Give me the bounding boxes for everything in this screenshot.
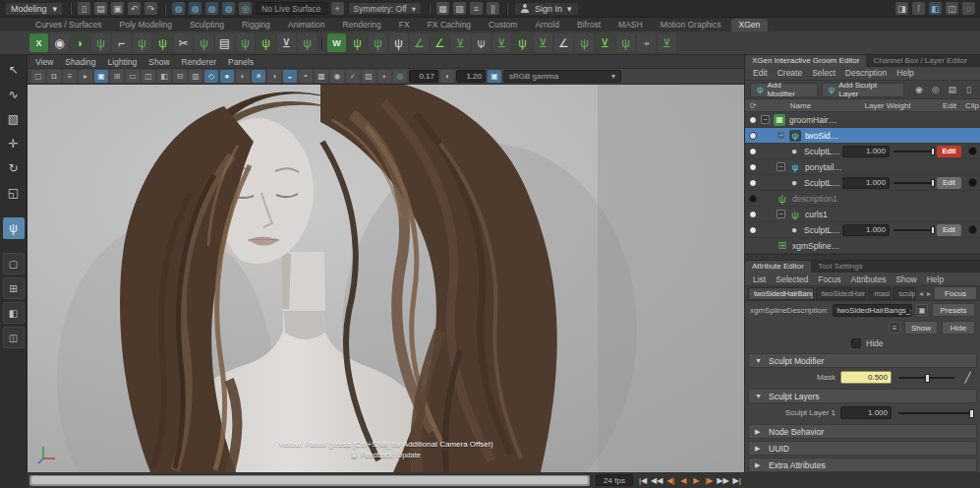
range-slider-bar[interactable] xyxy=(31,476,588,484)
undo-icon[interactable]: ↶ xyxy=(128,2,141,15)
presets-button[interactable]: Presets xyxy=(932,303,975,317)
solo-dot[interactable] xyxy=(968,178,977,187)
igs-direction-icon[interactable]: ψ xyxy=(513,33,532,52)
extra-attributes-header[interactable]: ▶ Extra Attributes xyxy=(748,458,977,472)
xgen-freeze-icon[interactable]: ψ xyxy=(298,33,317,52)
select-tool-icon[interactable]: ↖ xyxy=(3,59,25,81)
visibility-dot[interactable] xyxy=(749,116,757,124)
xgen-clump-icon[interactable]: ψ xyxy=(133,33,151,52)
color-management-icon[interactable]: ▣ xyxy=(488,70,501,83)
view-transform-dropdown[interactable]: sRGB gamma ▾ xyxy=(503,70,621,83)
visibility-dot[interactable] xyxy=(749,132,757,140)
bookmarks-icon[interactable]: ▸ xyxy=(79,70,92,83)
new-scene-icon[interactable]: ▯ xyxy=(78,2,90,15)
layer-weight-slider[interactable] xyxy=(894,224,937,236)
motion-blur-icon[interactable]: ◓ xyxy=(299,70,313,83)
table-row[interactable]: ψdescription1 xyxy=(745,191,980,207)
uuid-header[interactable]: ▶ UUID xyxy=(748,441,977,456)
tab-tool-settings[interactable]: Tool Settings xyxy=(811,261,870,273)
save-scene-icon[interactable]: ▣ xyxy=(111,2,124,15)
lasso-tool-icon[interactable]: ∿ xyxy=(3,84,25,105)
solo-dot[interactable] xyxy=(968,225,977,234)
step-back-frame-button[interactable]: ◀◀ xyxy=(650,474,663,487)
igs-mirror-icon[interactable]: ⍆ xyxy=(637,33,656,52)
xgen-eye-icon[interactable]: ◉ xyxy=(50,33,69,52)
tab-channel-box[interactable]: Channel Box / Layer Editor xyxy=(866,55,974,67)
move-tool-icon[interactable]: ✛ xyxy=(3,133,25,154)
igs-length-icon[interactable]: ψ xyxy=(389,33,408,52)
resolution-gate-icon[interactable]: ◫ xyxy=(142,70,155,83)
panel-divider[interactable] xyxy=(745,254,980,261)
shelf-tab[interactable]: Rigging xyxy=(234,19,278,31)
solo-dot[interactable] xyxy=(968,147,977,155)
ae-menu-attributes[interactable]: Attributes xyxy=(850,274,886,284)
igs-part-icon[interactable]: ⊻ xyxy=(492,33,511,52)
exposure-field[interactable]: 0.17 xyxy=(409,70,438,83)
shelf-tab[interactable]: Motion Graphics xyxy=(653,19,729,31)
tab-attribute-editor[interactable]: Attribute Editor xyxy=(745,261,811,273)
visibility-dot[interactable] xyxy=(749,148,757,155)
visibility-dot[interactable] xyxy=(749,211,757,218)
table-row[interactable]: ●SculptLayer 1 1.000 Edit xyxy=(745,222,980,238)
node-tab[interactable]: mask xyxy=(868,287,891,300)
igs-grab-icon[interactable]: ψ xyxy=(575,33,594,52)
workspace-settings-icon[interactable]: ◌ xyxy=(962,2,975,15)
edit-toggle-button[interactable]: Edit xyxy=(937,224,961,236)
symmetry-dropdown[interactable]: Symmetry: Off ▾ xyxy=(348,2,422,15)
expander-icon[interactable]: − xyxy=(777,131,785,140)
viewport-menu-shading[interactable]: Shading xyxy=(65,57,95,67)
igs-mask-icon[interactable]: ⊻ xyxy=(596,33,614,52)
step-forward-frame-button[interactable]: ▶▶ xyxy=(716,474,729,487)
layer-weight-field[interactable]: 1.000 xyxy=(842,224,890,236)
tab-outliner[interactable]: Outliner xyxy=(974,55,980,67)
xgen-density-icon[interactable]: ψ xyxy=(195,33,213,52)
expander-icon[interactable]: − xyxy=(777,162,785,171)
hide-checkbox[interactable] xyxy=(851,338,861,348)
shelf-tab[interactable]: FX Caching xyxy=(420,19,479,31)
menu-set-dropdown[interactable]: Modeling ▾ xyxy=(5,2,63,16)
visibility-dot-off[interactable] xyxy=(749,195,757,203)
hide-button[interactable]: Hide xyxy=(942,321,975,335)
render-settings-icon[interactable]: ≡ xyxy=(470,2,483,15)
shelf-tab[interactable]: MASH xyxy=(610,19,651,31)
sign-in-button[interactable]: Sign In ▾ xyxy=(514,2,579,16)
xgen-guides-icon[interactable]: ψ xyxy=(236,33,255,52)
node-tab[interactable]: sculpt xyxy=(893,287,916,300)
node-name-field[interactable]: twoSidedHairBangs_groom xyxy=(833,304,912,317)
groom-menu-edit[interactable]: Edit xyxy=(753,68,768,78)
refresh-icon[interactable]: ⟳ xyxy=(745,101,761,110)
delete-icon[interactable]: ▯ xyxy=(962,84,975,96)
mask-value-field[interactable]: 0.500 xyxy=(840,371,892,384)
step-forward-key-button[interactable]: |▶ xyxy=(703,474,715,487)
ae-menu-selected[interactable]: Selected xyxy=(776,274,808,284)
viewport-menu-panels[interactable]: Panels xyxy=(228,57,254,67)
table-row-selected[interactable]: −ψtwoSidedHairBangs_groom xyxy=(745,128,980,144)
layout-split-pane-icon[interactable]: ◫ xyxy=(3,327,25,348)
groom-menu-description[interactable]: Description xyxy=(845,68,888,78)
step-back-key-button[interactable]: ◀| xyxy=(664,474,676,487)
visibility-dot[interactable] xyxy=(749,179,757,187)
rotate-tool-icon[interactable]: ↻ xyxy=(3,157,25,179)
groom-menu-select[interactable]: Select xyxy=(812,68,836,78)
xgen-groom-icon[interactable]: ψ xyxy=(91,33,110,52)
xgen-preview-icon[interactable]: ◗ xyxy=(71,33,89,52)
viewport-menu-lighting[interactable]: Lighting xyxy=(107,57,137,67)
shelf-tab[interactable]: Sculpting xyxy=(182,19,232,31)
groom-brush-tool-icon[interactable]: ψ xyxy=(3,217,25,239)
add-sculpt-layer-button[interactable]: ψ Add Sculpt Layer xyxy=(822,83,905,97)
workspace-tools-icon[interactable]: ⊺ xyxy=(912,2,925,15)
list-icon[interactable]: ≡ xyxy=(889,322,900,334)
edit-toggle-button[interactable]: Edit xyxy=(937,146,961,157)
igs-brush-icon[interactable]: ψ xyxy=(348,33,367,52)
layer-weight-field[interactable]: 1.000 xyxy=(842,146,890,157)
xgen-create-description-icon[interactable]: X xyxy=(29,33,48,52)
pin-icon[interactable]: ▣ xyxy=(916,304,928,316)
solo-icon[interactable]: ◎ xyxy=(929,84,942,96)
depth-of-field-icon[interactable]: ◉ xyxy=(330,70,344,83)
frame-rate-field[interactable]: 24 fps xyxy=(596,474,633,486)
node-behavior-header[interactable]: ▶ Node Behavior xyxy=(748,424,977,439)
paint-attribute-icon[interactable]: ╱ xyxy=(961,372,974,383)
igs-smooth-icon[interactable]: ∠ xyxy=(431,33,449,52)
xgen-layers-icon[interactable]: ▤ xyxy=(215,33,234,52)
image-plane-icon[interactable]: ▣ xyxy=(94,70,108,83)
